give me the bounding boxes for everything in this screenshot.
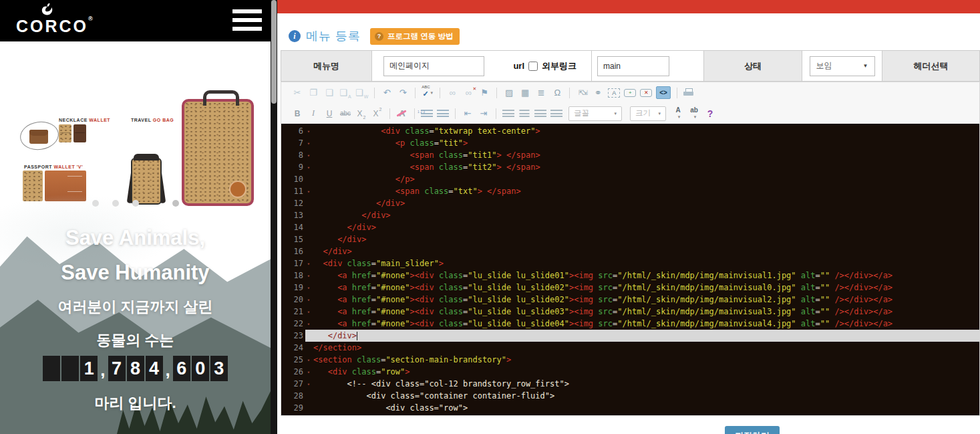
paste-word-button[interactable]: ❑W xyxy=(355,86,368,99)
code-line-24[interactable]: 24</section> xyxy=(281,342,979,354)
code-line-13[interactable]: 13 </div> xyxy=(281,209,979,221)
link-button[interactable]: ∞ xyxy=(446,86,458,99)
bold-button[interactable]: B xyxy=(291,107,303,120)
bg-color-button[interactable]: ab▾ xyxy=(688,107,700,120)
fold-arrow-icon[interactable]: ▾ xyxy=(307,294,310,306)
comment-remove-button[interactable]: ✕ xyxy=(640,89,652,97)
text-color-button[interactable]: A▾ xyxy=(672,107,684,120)
redo-button[interactable]: ↷ xyxy=(397,86,409,99)
url-label: url xyxy=(513,61,524,71)
code-line-22[interactable]: 22▾ <a href="#none"><div class="lu_slide… xyxy=(281,318,979,330)
fold-arrow-icon[interactable]: ▾ xyxy=(307,270,310,282)
code-line-20[interactable]: 20▾ <a href="#none"><div class="lu_slide… xyxy=(281,294,979,306)
maximize-button[interactable]: ⇱⇲ xyxy=(576,86,588,99)
about-button[interactable]: ? xyxy=(704,107,716,120)
underline-button[interactable]: U xyxy=(323,107,335,120)
code-line-7[interactable]: 7▾ <p class="tit"> xyxy=(281,137,979,149)
code-line-21[interactable]: 21▾ <a href="#none"><div class="lu_slide… xyxy=(281,306,979,318)
fold-arrow-icon[interactable]: ▾ xyxy=(307,258,310,270)
counter-digit: 0 xyxy=(192,356,209,381)
outdent-icon: ⇤ xyxy=(464,108,472,118)
save-button[interactable]: 저장하기 xyxy=(725,426,780,434)
code-line-26[interactable]: 26▾ <div class="row"> xyxy=(281,366,979,378)
status-select[interactable]: 보임 ▼ xyxy=(810,56,875,76)
fold-arrow-icon[interactable]: ▾ xyxy=(307,186,310,198)
font-combo[interactable]: 글꼴▾ xyxy=(568,106,622,121)
code-line-16[interactable]: 16 </div> xyxy=(281,245,979,257)
fold-arrow-icon[interactable]: ▾ xyxy=(307,282,310,294)
fold-arrow-icon[interactable]: ▾ xyxy=(307,150,310,162)
indent-button[interactable]: ⇥ xyxy=(478,107,490,120)
align-right-button[interactable] xyxy=(534,110,546,117)
code-line-29[interactable]: 29 <div class="row"> xyxy=(281,402,979,414)
code-line-12[interactable]: 12 </div> xyxy=(281,197,979,209)
fold-arrow-icon[interactable]: ▾ xyxy=(307,366,310,378)
preview-scrollbar[interactable] xyxy=(271,0,277,434)
code-area[interactable]: 6▾ <div class="txtwrap text-center">7▾ <… xyxy=(281,124,979,415)
comment-add-button[interactable]: + xyxy=(624,89,636,97)
code-line-9[interactable]: 9▾ <span class="tit2"> </span> xyxy=(281,161,979,173)
fold-arrow-icon[interactable]: ▾ xyxy=(307,162,310,174)
scrollbar-thumb[interactable] xyxy=(271,0,277,104)
strikethrough-button[interactable]: abc xyxy=(339,107,351,120)
copy-button[interactable]: ❐ xyxy=(307,86,319,99)
code-line-8[interactable]: 8▾ <span class="tit1"> </span> xyxy=(281,149,979,161)
code-line-27[interactable]: 27▾ <!-- <div class="col-12 brandstory_r… xyxy=(281,378,979,390)
table-button[interactable]: ▦ xyxy=(519,86,531,99)
italic-button[interactable]: I xyxy=(307,107,319,120)
source-button[interactable]: <> xyxy=(656,86,671,99)
horizontal-line-button[interactable]: ≣ xyxy=(535,86,547,99)
brown-wallet-image xyxy=(73,124,86,142)
fold-arrow-icon[interactable]: ▾ xyxy=(307,306,310,318)
comment-remove-icon: ✕ xyxy=(644,90,649,96)
paste-button[interactable]: ❑ xyxy=(323,86,335,99)
code-line-25[interactable]: 25▾<section class="section-main-brandsto… xyxy=(281,354,979,366)
code-line-23[interactable]: 23 </div> xyxy=(281,330,979,342)
code-line-14[interactable]: 14 </div> xyxy=(281,221,979,233)
image-button[interactable]: ▨ xyxy=(503,86,515,99)
code-line-18[interactable]: 18▾ <a href="#none"><div class="lu_slide… xyxy=(281,269,979,282)
size-combo[interactable]: 크기▾ xyxy=(630,106,666,121)
external-link-checkbox[interactable] xyxy=(528,62,538,71)
code-line-6[interactable]: 6▾ <div class="txtwrap text-center"> xyxy=(281,125,979,137)
fold-arrow-icon[interactable]: ▾ xyxy=(307,318,310,330)
align-left-button[interactable] xyxy=(502,110,514,117)
menu-hamburger-icon[interactable] xyxy=(232,9,262,32)
counter-digit xyxy=(43,356,60,381)
special-character-button[interactable]: Ω xyxy=(551,86,563,99)
code-line-17[interactable]: 17▾ <div class="main_slider"> xyxy=(281,257,979,269)
undo-button[interactable]: ↶ xyxy=(381,86,393,99)
url-input[interactable] xyxy=(597,56,669,76)
bulleted-list-button[interactable] xyxy=(437,110,449,117)
fold-arrow-icon[interactable]: ▾ xyxy=(307,354,310,366)
program-link-help-button[interactable]: ? 프로그램 연동 방법 xyxy=(370,28,460,45)
unlink-button[interactable]: ∞✕ xyxy=(462,86,474,99)
code-line-30[interactable]: 30 <div class="col-12 col-lg-7 brandstor… xyxy=(281,414,979,415)
select-all-button[interactable]: A xyxy=(608,88,620,98)
outdent-button[interactable]: ⇤ xyxy=(462,107,474,120)
menu-name-input[interactable] xyxy=(383,56,484,76)
paste-text-button[interactable]: ❑A xyxy=(339,86,351,99)
cut-button[interactable]: ✂ xyxy=(291,86,303,99)
code-line-10[interactable]: 10 </p> xyxy=(281,173,979,185)
code-line-11[interactable]: 11▾ <span class="txt"> </span> xyxy=(281,185,979,197)
print-button[interactable] xyxy=(683,88,695,97)
align-justify-button[interactable] xyxy=(550,110,562,117)
spell-check-button[interactable]: ABC✓▾ xyxy=(422,86,434,99)
fold-arrow-icon[interactable]: ▾ xyxy=(307,138,310,150)
maximize-icon: ⇱⇲ xyxy=(579,89,586,96)
code-line-15[interactable]: 15 </div> xyxy=(281,233,979,245)
code-line-19[interactable]: 19▾ <a href="#none"><div class="lu_slide… xyxy=(281,282,979,294)
find-replace-button[interactable]: ⚭ xyxy=(592,86,604,99)
remove-format-button[interactable]: A xyxy=(396,107,408,120)
align-center-button[interactable] xyxy=(518,110,530,117)
code-line-28[interactable]: 28 <div class="container container-fluid… xyxy=(281,390,979,402)
select-all-icon: A xyxy=(612,90,616,96)
anchor-flag-button[interactable]: ⚑ xyxy=(478,86,490,99)
fold-arrow-icon[interactable]: ▾ xyxy=(307,126,310,138)
superscript-button[interactable]: X2 xyxy=(371,107,383,120)
numbered-list-button[interactable] xyxy=(421,110,433,117)
fold-arrow-icon[interactable]: ▾ xyxy=(307,378,310,391)
product-carousel[interactable]: NECKLACE WALLET PASSPORT WALLET 'V' TRAV… xyxy=(0,41,271,181)
subscript-button[interactable]: X2 xyxy=(355,107,367,120)
